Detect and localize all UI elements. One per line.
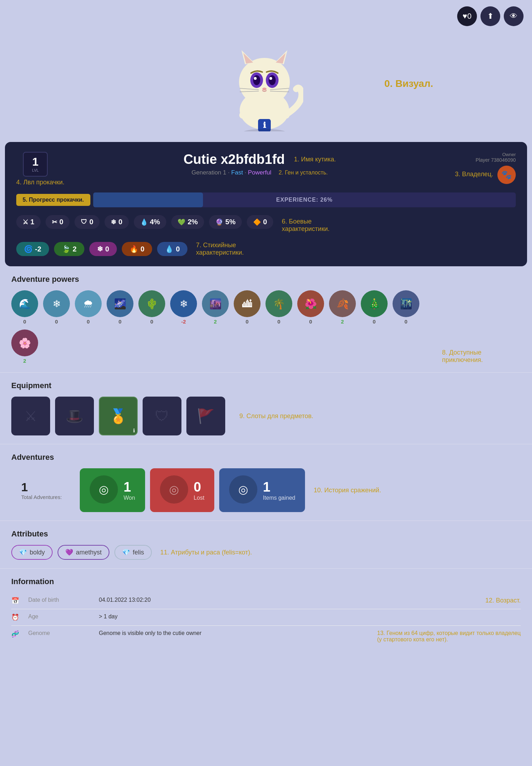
owner-avatar[interactable]: 🐾 xyxy=(497,166,516,184)
adv-lost-content: ◎ 0 Lost xyxy=(160,475,204,505)
adv-power-circle-5[interactable]: ❄ xyxy=(170,290,197,317)
attr-icon-2: 💎 xyxy=(122,548,130,556)
elemental-row: 🌀-2🍃2❄0🔥0💧0 7. Стихийные характеристики. xyxy=(16,242,516,256)
svg-point-21 xyxy=(241,129,287,131)
level-badge: 1 LVL xyxy=(23,152,48,177)
like-button[interactable]: ♥ 0 xyxy=(457,6,477,26)
exp-row: 5. Прогресс прокачки. EXPERIENCE: 26% xyxy=(16,192,516,207)
profile-card: 1 LVL 4. Лвл прокачки. Cutie x2bfdb1fd 1… xyxy=(5,142,527,266)
combat-val-7: 0 xyxy=(263,218,267,226)
won-label: Won xyxy=(124,495,135,501)
attr-icon-0: 💎 xyxy=(19,548,27,556)
adventures-row: 1 Total Adventures: ◎ 1 Won xyxy=(11,468,521,512)
elemental-annotation: 7. Стихийные характеристики. xyxy=(196,242,244,256)
combat-val-1: 0 xyxy=(59,218,63,226)
exp-text: EXPERIENCE: 26% xyxy=(276,197,333,203)
adv-power-circle-1[interactable]: ❄ xyxy=(43,290,70,317)
information-title: Information xyxy=(11,577,521,586)
equip-slot-4[interactable]: 🚩 xyxy=(186,397,225,435)
share-button[interactable]: ⬆ xyxy=(480,6,500,26)
elem-val-3: 0 xyxy=(141,245,144,253)
level-number: 1 xyxy=(32,156,38,167)
adv-power-item-11: 🎄0 xyxy=(361,290,388,325)
owner-section: Owner Player 738046090 3. Владелец. 🐾 xyxy=(455,152,516,184)
combat-icon-0: ⚔ xyxy=(23,218,28,226)
combat-icon-6: 🔮 xyxy=(215,218,223,226)
equip-slot-1[interactable]: 🎩 xyxy=(55,397,94,435)
lost-icon: ◎ xyxy=(169,483,179,496)
hero-section: ℹ 0. Визуал. xyxy=(0,32,532,142)
equip-slot-3[interactable]: 🛡 xyxy=(143,397,181,435)
elemental-stats: 🌀-2🍃2❄0🔥0💧0 xyxy=(16,242,187,256)
attr-annotation: 11. Атрибуты и раса (felis=кот). xyxy=(160,549,252,556)
adv-power-circle-7[interactable]: 🏙 xyxy=(234,290,261,317)
items-num: 1 xyxy=(263,480,295,495)
elem-val-2: 0 xyxy=(105,245,109,253)
combat-stat-3: ❄0 xyxy=(104,215,128,229)
combat-stats: ⚔1✂0🛡0❄0💧4%💚2%🔮5%🔶0 xyxy=(16,215,273,229)
svg-point-12 xyxy=(262,88,267,90)
adv-power-icon-1: ❄ xyxy=(53,298,61,310)
age-key: Age xyxy=(28,613,92,620)
dob-val: 04.01.2022 13:02:20 xyxy=(99,597,471,603)
adv-power-circle-0[interactable]: 🌊 xyxy=(11,290,38,317)
combat-stat-6: 🔮5% xyxy=(209,215,242,229)
adv-power-circle-11[interactable]: 🎄 xyxy=(361,290,388,317)
age-icon: ⏰ xyxy=(11,613,21,621)
adv-power-icon-12: 🌃 xyxy=(400,298,412,310)
combat-stat-7: 🔶0 xyxy=(247,215,273,229)
adv-power-item-3: 🌌0 xyxy=(107,290,133,325)
owner-label: Owner xyxy=(502,152,516,157)
adv-power-circle-9[interactable]: 🌺 xyxy=(297,290,324,317)
adv-power-item-10: 🍂2 xyxy=(329,290,356,325)
adv-power-circle-12[interactable]: 🌃 xyxy=(393,290,419,317)
equip-icon-2: 🏅 xyxy=(109,408,127,424)
adv-power-circle-4[interactable]: 🌵 xyxy=(138,290,165,317)
adv-total-num: 1 xyxy=(21,480,28,494)
gen-annotation: 2. Ген и усталость. xyxy=(279,170,328,176)
attr-label-2: felis xyxy=(133,549,144,556)
equip-slot-2[interactable]: 🏅ℹ xyxy=(99,397,138,435)
gen-dot2: · xyxy=(245,169,248,176)
hide-button[interactable]: 👁 xyxy=(504,6,524,26)
generation-text: Generation 1 xyxy=(192,169,226,176)
equip-slot-0[interactable]: ⚔ xyxy=(11,397,50,435)
adv-power-val-13: 2 xyxy=(23,358,26,364)
combat-icon-1: ✂ xyxy=(52,218,57,226)
adv-power-item-4: 🌵0 xyxy=(138,290,165,325)
info-row-dob: 📅 Date of birth 04.01.2022 13:02:20 12. … xyxy=(11,593,521,609)
elemental-stat-3: 🔥0 xyxy=(122,242,152,256)
adv-power-icon-5: ❄ xyxy=(180,298,188,310)
adv-power-val-8: 0 xyxy=(277,319,280,325)
dob-annotation: 12. Возраст. xyxy=(485,597,521,604)
lost-label: Lost xyxy=(194,495,204,501)
elemental-stat-1: 🍃2 xyxy=(54,242,84,256)
info-row-age: ⏰ Age > 1 day xyxy=(11,609,521,626)
adv-power-icon-7: 🏙 xyxy=(242,298,252,310)
combat-val-5: 2% xyxy=(187,218,198,226)
adv-power-val-5: -2 xyxy=(181,319,186,325)
svg-point-11 xyxy=(269,77,272,80)
combat-icon-4: 💧 xyxy=(140,218,148,226)
adv-power-item-13: 🌸2 xyxy=(11,329,38,364)
equip-sub-2: ℹ xyxy=(133,428,135,433)
svg-point-1 xyxy=(239,58,290,106)
equip-icon-1: 🎩 xyxy=(66,408,83,424)
adv-power-item-8: 🌴0 xyxy=(265,290,292,325)
svg-point-9 xyxy=(269,75,276,85)
information-section: Information 📅 Date of birth 04.01.2022 1… xyxy=(0,569,532,655)
adv-power-circle-13[interactable]: 🌸 xyxy=(11,329,38,356)
adv-total-label: Total Adventures: xyxy=(21,494,62,500)
adv-power-circle-6[interactable]: 🌆 xyxy=(202,290,229,317)
adv-power-circle-3[interactable]: 🌌 xyxy=(107,290,133,317)
adv-power-val-9: 0 xyxy=(309,319,312,325)
adv-power-circle-10[interactable]: 🍂 xyxy=(329,290,356,317)
adv-power-circle-2[interactable]: 🌨 xyxy=(75,290,102,317)
combat-annotation: 6. Боевые характеристики. xyxy=(282,218,329,233)
adv-power-val-6: 2 xyxy=(214,319,217,325)
elem-icon-1: 🍃 xyxy=(62,245,71,253)
adv-power-circle-8[interactable]: 🌴 xyxy=(265,290,292,317)
cat-image: ℹ xyxy=(226,40,307,131)
adv-power-icon-2: 🌨 xyxy=(83,298,93,310)
attributes-title: Attributes xyxy=(11,529,521,539)
